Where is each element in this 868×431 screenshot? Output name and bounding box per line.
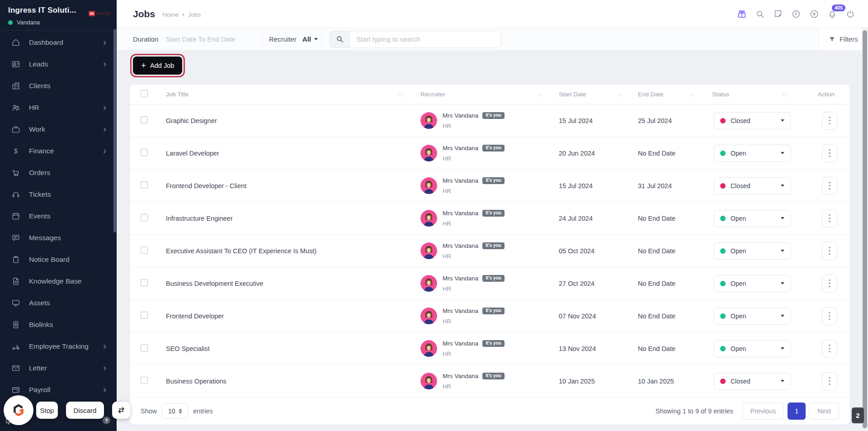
status-dropdown[interactable]: Closed: [714, 177, 791, 194]
add-job-button[interactable]: + Add Job: [133, 57, 182, 75]
recruiter-dropdown[interactable]: All: [302, 35, 318, 43]
row-actions-menu-button[interactable]: [822, 177, 837, 195]
search-icon[interactable]: [755, 9, 765, 19]
duration-range-input[interactable]: [166, 35, 245, 43]
search-input[interactable]: [350, 31, 501, 47]
row-actions-menu-button[interactable]: [822, 112, 837, 130]
sidebar-item-leads[interactable]: Leads: [0, 53, 117, 75]
sidebar-item-tickets[interactable]: Tickets: [0, 184, 117, 205]
sidebar-item-events[interactable]: Events: [0, 205, 117, 227]
row-actions-menu-button[interactable]: [822, 307, 837, 325]
sort-icon[interactable]: ↑↓: [617, 92, 622, 97]
recruiter-name[interactable]: Mrs Vandana: [443, 242, 478, 249]
select-all-checkbox[interactable]: [141, 90, 148, 97]
recruiter-name[interactable]: Mrs Vandana: [443, 145, 478, 152]
avatar: [420, 177, 437, 194]
page-scrollbar-thumb[interactable]: [863, 30, 867, 428]
recruiter-name[interactable]: Mrs Vandana: [443, 177, 478, 184]
row-actions-menu-button[interactable]: [822, 372, 837, 390]
previous-page-button[interactable]: Previous: [742, 403, 784, 420]
sidebar-item-biolinks[interactable]: Biolinks: [0, 314, 117, 336]
job-title[interactable]: Business Operations: [166, 378, 410, 385]
sidebar-item-assets[interactable]: Assets: [0, 292, 117, 314]
next-page-button[interactable]: Next: [809, 403, 839, 420]
status-dropdown[interactable]: Closed: [714, 373, 791, 390]
sidebar-item-knowledge-base[interactable]: Knowledge Base: [0, 270, 117, 292]
row-checkbox[interactable]: [141, 116, 148, 123]
row-checkbox[interactable]: [141, 246, 148, 254]
sidebar-scrollbar[interactable]: [113, 29, 116, 232]
row-checkbox[interactable]: [141, 312, 148, 319]
row-actions-menu-button[interactable]: [822, 340, 837, 358]
status-dropdown[interactable]: Open: [714, 145, 791, 162]
row-actions-menu-button[interactable]: [822, 242, 837, 260]
row-checkbox[interactable]: [141, 149, 148, 156]
sidebar-item-letter[interactable]: Letter: [0, 357, 117, 379]
row-checkbox[interactable]: [141, 181, 148, 189]
sidebar-item-notice-board[interactable]: Notice Board: [0, 249, 117, 270]
sidebar-item-hr[interactable]: HR: [0, 97, 117, 118]
status-dropdown[interactable]: Open: [714, 242, 791, 260]
status-cell: Open: [701, 210, 794, 227]
job-title[interactable]: Graphic Designer: [166, 117, 410, 124]
job-title[interactable]: Frontend Developer - Client: [166, 182, 410, 189]
page-scrollbar-track[interactable]: [862, 28, 868, 431]
sidebar-item-messages[interactable]: Messages: [0, 227, 117, 249]
discard-button[interactable]: Discard: [66, 402, 104, 419]
status-dropdown[interactable]: Open: [714, 275, 791, 292]
row-checkbox[interactable]: [141, 214, 148, 221]
status-dot-icon: [720, 346, 726, 351]
page-size-select[interactable]: 10: [162, 403, 188, 419]
status-dropdown[interactable]: Open: [714, 210, 791, 227]
recruiter-name[interactable]: Mrs Vandana: [443, 275, 478, 282]
sidebar-item-employee-tracking[interactable]: Employee Tracking: [0, 336, 117, 357]
current-page-button[interactable]: 1: [788, 403, 806, 420]
sort-icon[interactable]: ↑↓: [689, 92, 694, 97]
end-date: 31 Jul 2024: [629, 182, 701, 189]
help-badge[interactable]: ?: [103, 417, 110, 424]
chevron-down-icon: [781, 250, 784, 252]
table-row: SEO Specialist Mrs Vandana: [130, 332, 850, 365]
job-title[interactable]: Business Development Executive: [166, 280, 410, 287]
sidebar-item-orders[interactable]: Orders: [0, 162, 117, 184]
status-dropdown[interactable]: Open: [714, 340, 791, 357]
filters-button[interactable]: Filters: [818, 28, 868, 50]
sidebar-item-finance[interactable]: $ Finance: [0, 140, 117, 162]
row-checkbox[interactable]: [141, 344, 148, 351]
notifications-icon[interactable]: 405: [827, 9, 837, 19]
status-dot-icon: [720, 281, 726, 286]
add-icon[interactable]: [809, 9, 819, 19]
job-title[interactable]: Infrastructure Engineer: [166, 215, 410, 222]
recruiter-name[interactable]: Mrs Vandana: [443, 340, 478, 347]
sort-icon[interactable]: ↑↓: [782, 92, 787, 97]
sort-icon[interactable]: ↑↓: [538, 92, 543, 97]
chevron-right-icon: [102, 365, 108, 371]
swap-button[interactable]: [112, 402, 130, 419]
sidebar-item-dashboard[interactable]: Dashboard: [0, 32, 117, 53]
row-actions-menu-button[interactable]: [822, 144, 837, 162]
job-title[interactable]: Executive Assistant To CEO (IT Experienc…: [166, 247, 410, 255]
recruiter-name[interactable]: Mrs Vandana: [443, 308, 478, 314]
job-title[interactable]: SEO Specialist: [166, 345, 410, 352]
row-actions-menu-button[interactable]: [822, 275, 837, 293]
breadcrumb-home[interactable]: Home: [162, 11, 179, 18]
sidebar-item-clients[interactable]: Clients: [0, 75, 117, 97]
recruiter-name[interactable]: Mrs Vandana: [443, 373, 478, 379]
stop-button[interactable]: Stop: [36, 402, 58, 419]
notes-icon[interactable]: [773, 9, 783, 19]
history-icon[interactable]: [791, 9, 801, 19]
power-icon[interactable]: [845, 9, 855, 19]
recruiter-name[interactable]: Mrs Vandana: [443, 210, 478, 217]
recruiter-name[interactable]: Mrs Vandana: [443, 112, 478, 119]
row-actions-menu-button[interactable]: [822, 209, 837, 227]
row-checkbox[interactable]: [141, 279, 148, 286]
sidebar-item-work[interactable]: Work: [0, 118, 117, 140]
job-title[interactable]: Laravel Developer: [166, 150, 410, 157]
status-dropdown[interactable]: Open: [714, 308, 791, 325]
gift-icon[interactable]: [737, 9, 747, 19]
sort-icon[interactable]: ↑↓: [398, 92, 403, 97]
status-dropdown[interactable]: Closed: [714, 112, 791, 129]
row-checkbox[interactable]: [141, 377, 148, 384]
plus-icon: +: [141, 61, 146, 70]
job-title[interactable]: Frontend Developer: [166, 313, 410, 320]
